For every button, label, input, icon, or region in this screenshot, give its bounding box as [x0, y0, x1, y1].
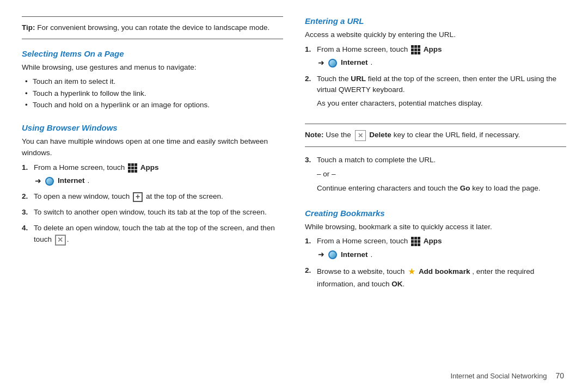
step-4-num: 4. — [22, 223, 30, 246]
globe-icon-3 — [328, 250, 337, 259]
bullet-1: Touch an item to select it. — [27, 76, 283, 88]
footer: Internet and Social Networking 70 — [450, 371, 564, 380]
step-1-content: From a Home screen, touch Apps ➜ Interne… — [34, 162, 283, 187]
url-step-3-num: 3. — [305, 155, 314, 194]
url-step-2: 2. Touch the URL field at the top of the… — [305, 74, 566, 110]
add-bookmark-label: Add bookmark — [419, 267, 470, 275]
bookmark-step-1-arrow: ➜ Internet. — [318, 249, 566, 261]
url-step-2-num: 2. — [305, 74, 314, 110]
section-url-intro: Access a website quickly by entering the… — [305, 29, 566, 41]
tip-label: Tip: — [22, 23, 35, 32]
note-delete-label: Delete — [369, 131, 391, 139]
step-2-after: at the top of the screen. — [146, 192, 223, 200]
bookmark-step-1: 1. From a Home screen, touch Apps ➜ In — [305, 236, 566, 261]
footer-page-number: 70 — [555, 371, 564, 380]
globe-icon-2 — [328, 59, 337, 68]
step-3-content: To switch to another open window, touch … — [34, 207, 283, 218]
apps-grid-icon-3 — [411, 237, 420, 246]
selecting-bullets: Touch an item to select it. Touch a hype… — [27, 76, 283, 111]
bookmark-step-2-end: . — [403, 280, 405, 288]
note-label: Note: — [305, 131, 324, 139]
step-2-num: 2. — [22, 191, 30, 203]
bookmark-step-1-apps: Apps — [424, 237, 442, 245]
bullet-2: Touch a hyperlink to follow the link. — [27, 88, 283, 100]
url-step-2-note: As you enter characters, potential match… — [317, 98, 566, 109]
arrow-symbol: ➜ — [35, 175, 41, 187]
url-step-3: 3. Touch a match to complete the URL. – … — [305, 155, 566, 194]
section-selecting-title: Selecting Items On a Page — [22, 49, 283, 58]
step-4-main: To delete an open window, touch the tab … — [34, 224, 275, 243]
step-1-arrow-line: ➜ Internet. — [35, 175, 283, 187]
bookmark-step-1-content: From a Home screen, touch Apps ➜ Interne… — [317, 236, 566, 261]
url-step3-list: 3. Touch a match to complete the URL. – … — [305, 155, 566, 194]
plus-icon: + — [133, 192, 143, 202]
bookmark-step-1-internet: Internet — [341, 249, 368, 261]
apps-grid-icon — [128, 163, 137, 173]
url-step-3-cont2: key to load the page. — [472, 184, 540, 192]
section-browser-title: Using Browser Windows — [22, 123, 283, 132]
tip-text: For convenient browsing, you can rotate … — [35, 23, 270, 32]
section-entering-url: Entering a URL Access a website quickly … — [305, 16, 566, 114]
url-step-1-main: From a Home screen, touch — [317, 45, 408, 53]
bookmark-step-1-main: From a Home screen, touch — [317, 237, 408, 245]
bookmark-step-2-content: Browse to a website, touch ★ Add bookmar… — [317, 265, 566, 290]
url-step-2-before: Touch the — [317, 75, 349, 83]
bookmark-step-1-num: 1. — [305, 236, 314, 261]
step-4-after2: . — [67, 235, 69, 243]
go-label: Go — [460, 184, 470, 192]
step-1-main: From a Home screen, touch — [34, 163, 125, 171]
section-url-step3: 3. Touch a match to complete the URL. – … — [305, 155, 566, 199]
bookmark-step-2-num: 2. — [305, 265, 314, 290]
bullet-3: Touch and hold on a hyperlink or an imag… — [27, 99, 283, 111]
browser-steps: 1. From a Home screen, touch Apps ➜ — [22, 162, 283, 246]
browser-step-2: 2. To open a new window, touch + at the … — [22, 191, 283, 203]
bookmark-step-2-before: Browse to a website, touch — [317, 267, 405, 275]
bookmarks-steps: 1. From a Home screen, touch Apps ➜ In — [305, 236, 566, 290]
section-selecting-items: Selecting Items On a Page While browsing… — [22, 49, 283, 113]
url-step-1: 1. From a Home screen, touch Apps ➜ In — [305, 44, 566, 69]
arrow-symbol-2: ➜ — [318, 57, 324, 69]
ok-label: OK — [391, 280, 402, 288]
step-2-content: To open a new window, touch + at the top… — [34, 191, 283, 203]
url-step-3-content: Touch a match to complete the URL. – or … — [317, 155, 566, 194]
section-bookmarks-intro: While browsing, bookmark a site to quick… — [305, 222, 566, 233]
bookmark-step-2: 2. Browse to a website, touch ★ Add book… — [305, 265, 566, 290]
section-selecting-intro: While browsing, use gestures and menus t… — [22, 62, 283, 74]
section-browser-windows: Using Browser Windows You can have multi… — [22, 123, 283, 250]
section-bookmarks-title: Creating Bookmarks — [305, 209, 566, 218]
url-label: URL — [351, 75, 366, 83]
url-step-3-or: – or – — [317, 169, 566, 180]
step-1-internet-label: Internet — [58, 175, 85, 187]
section-url-title: Entering a URL — [305, 16, 566, 26]
browser-step-4: 4. To delete an open window, touch the t… — [22, 223, 283, 246]
browser-step-1: 1. From a Home screen, touch Apps ➜ — [22, 162, 283, 187]
url-step-1-internet: Internet — [341, 57, 368, 69]
note-use-text: Use the — [326, 131, 351, 139]
section-bookmarks: Creating Bookmarks While browsing, bookm… — [305, 209, 566, 295]
url-step-2-content: Touch the URL field at the top of the sc… — [317, 74, 566, 110]
step-4-content: To delete an open window, touch the tab … — [34, 223, 283, 246]
step-3-num: 3. — [22, 207, 30, 218]
note-text: key to clear the URL field, if necessary… — [394, 131, 520, 139]
globe-icon — [45, 177, 54, 186]
note-box: Note: Use the ✕ Delete key to clear the … — [305, 124, 566, 146]
browser-step-3: 3. To switch to another open window, tou… — [22, 207, 283, 218]
url-step-1-arrow-line: ➜ Internet. — [318, 57, 566, 69]
x-close-icon: ✕ — [55, 235, 66, 246]
url-step-1-num: 1. — [305, 44, 314, 69]
step-2-main: To open a new window, touch — [34, 192, 130, 200]
step-1-num: 1. — [22, 162, 30, 187]
url-step-3-cont: Continue entering characters and touch t… — [317, 184, 458, 192]
arrow-symbol-3: ➜ — [318, 249, 324, 261]
url-step-1-apps-label: Apps — [424, 45, 442, 53]
x-delete-icon: ✕ — [355, 130, 366, 141]
url-step-3-main: Touch a match to complete the URL. — [317, 156, 436, 164]
step-1-apps-label: Apps — [140, 163, 159, 171]
url-step-1-content: From a Home screen, touch Apps ➜ Interne… — [317, 44, 566, 69]
url-steps: 1. From a Home screen, touch Apps ➜ In — [305, 44, 566, 109]
section-browser-intro: You can have multiple windows open at on… — [22, 136, 283, 159]
footer-text: Internet and Social Networking — [450, 372, 547, 380]
step-3-main: To switch to another open window, touch … — [34, 208, 267, 216]
tip-box: Tip: For convenient browsing, you can ro… — [22, 16, 283, 39]
apps-grid-icon-2 — [411, 45, 420, 54]
